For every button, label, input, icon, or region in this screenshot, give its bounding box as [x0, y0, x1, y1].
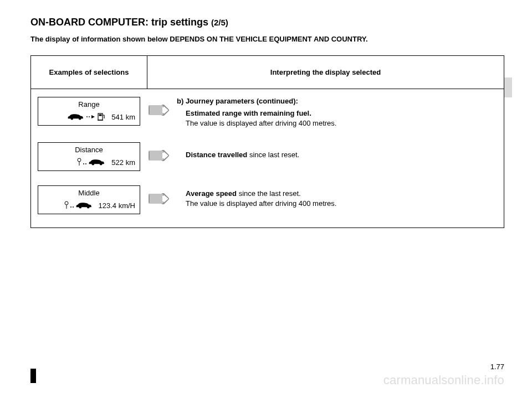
- svg-point-9: [89, 116, 90, 117]
- side-tab-marker: [504, 77, 512, 97]
- page-title: ON-BOARD COMPUTER: trip settings (2/5): [30, 17, 504, 28]
- equipment-depends-note: The display of information shown below D…: [30, 35, 504, 43]
- car-to-fuel-icon: [67, 112, 107, 122]
- desc-bold: Average speed: [186, 189, 237, 198]
- selection-box-middle: Middle 123.4 km/H: [38, 185, 140, 214]
- selection-box-range: Range 541 km: [38, 97, 140, 126]
- selection-label: Range: [38, 97, 140, 112]
- trip-settings-table: Examples of selections Interpreting the …: [30, 55, 504, 228]
- section-heading: b) Journey parameters (continued):: [177, 97, 497, 105]
- pin-car-icon: [64, 200, 94, 210]
- svg-point-11: [85, 163, 86, 164]
- title-page-indicator: (2/5): [211, 18, 228, 27]
- selection-value: 522 km: [111, 158, 135, 167]
- column-header-interpreting: Interpreting the display selected: [147, 56, 504, 89]
- svg-point-10: [83, 163, 84, 164]
- selection-value: 541 km: [111, 113, 135, 121]
- title-main: ON-BOARD COMPUTER: trip settings: [30, 17, 208, 28]
- watermark: carmanualsonline.info: [383, 373, 504, 387]
- selection-label: Distance: [38, 143, 140, 157]
- page-number: 1.77: [490, 363, 504, 371]
- desc-bold: Estimated range with remaining fuel.: [186, 109, 311, 117]
- column-header-examples: Examples of selections: [31, 56, 147, 89]
- svg-point-8: [86, 116, 88, 117]
- svg-point-12: [70, 206, 71, 208]
- arrow-icon: [148, 193, 169, 204]
- desc-text: The value is displayed after driving 400…: [186, 119, 336, 127]
- footer-tab-mark: [30, 369, 36, 383]
- selection-value: 123.4 km/H: [99, 201, 135, 210]
- desc-text: since last reset.: [247, 151, 299, 159]
- row-range: Range 541 km: [38, 97, 497, 128]
- desc-bold: Distance travelled: [186, 151, 247, 159]
- desc-text-line2: The value is displayed after driving 400…: [186, 199, 336, 208]
- arrow-icon: [148, 105, 169, 116]
- row-distance: Distance 522 km: [38, 142, 497, 171]
- row-middle: Middle 123.4 km/H: [38, 185, 497, 214]
- selection-label: Middle: [38, 186, 140, 200]
- svg-point-13: [73, 206, 74, 208]
- pin-car-icon: [77, 157, 107, 167]
- arrow-icon: [148, 150, 169, 161]
- desc-text: since the last reset.: [237, 189, 301, 198]
- selection-box-distance: Distance 522 km: [38, 142, 140, 171]
